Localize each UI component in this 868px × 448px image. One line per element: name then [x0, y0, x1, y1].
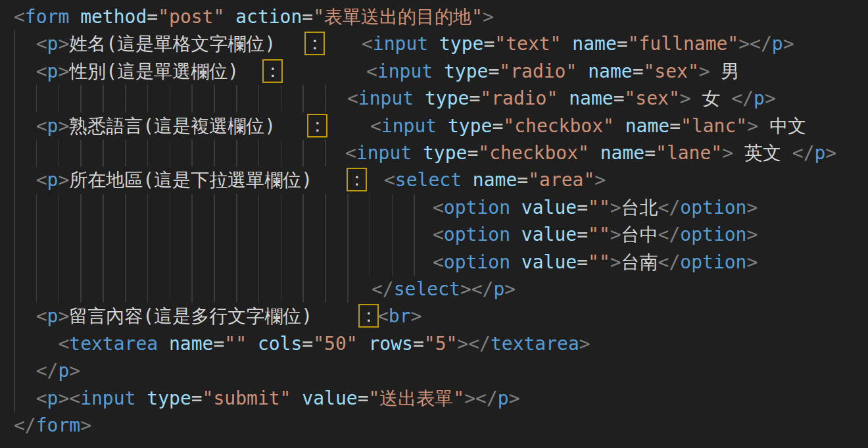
code-token: 男 — [710, 61, 740, 82]
code-run: <input type="checkbox" name="lanc"> 中文 — [370, 112, 806, 139]
code-line-11[interactable]: </select></p> — [0, 276, 868, 303]
code-token: option — [444, 251, 510, 273]
code-run: <select name="area"> — [384, 166, 606, 193]
code-token: "50" — [313, 333, 357, 355]
code-token: > — [680, 87, 691, 109]
code-token: type — [412, 142, 467, 164]
code-line-12[interactable]: <p>留言內容(這是多行文字欄位)：<br> — [0, 303, 868, 330]
code-token: = — [191, 387, 203, 409]
code-token: < — [362, 33, 373, 55]
indent-guides — [14, 58, 15, 85]
code-token: = — [492, 115, 503, 137]
unicode-highlight-colon-box: ： — [262, 59, 283, 83]
code-token: name — [462, 169, 517, 191]
code-token: = — [467, 142, 478, 164]
code-token: textarea — [69, 333, 158, 355]
code-line-13[interactable]: <textarea name="" cols="50" rows="5"></t… — [0, 330, 868, 357]
code-line-2[interactable]: <p>姓名(這是單格文字欄位)：<input type="text" name=… — [0, 30, 868, 57]
code-token: "5" — [424, 333, 458, 355]
code-token: option — [444, 197, 510, 218]
code-token: "" — [588, 224, 610, 245]
code-token: > — [483, 6, 494, 28]
code-token: input — [356, 142, 412, 164]
code-token: 留言內容(這是多行文字欄位) — [69, 305, 312, 327]
code-token: "checkbox" — [503, 115, 614, 137]
code-token: name — [158, 333, 213, 355]
code-run: <br> — [377, 303, 422, 330]
code-token: < — [58, 333, 69, 355]
code-line-15[interactable]: <p><input type="submit" value="送出表單"></p… — [0, 385, 868, 412]
code-line-9[interactable]: <option value="">台中</option> — [0, 221, 868, 248]
unicode-highlight-colon-box: ： — [304, 32, 325, 55]
code-token: textarea — [491, 333, 579, 355]
code-token: = — [483, 33, 494, 55]
code-token: = — [577, 224, 588, 245]
code-token: p — [772, 33, 783, 55]
code-token: > — [747, 115, 758, 137]
code-line-6[interactable]: <input type="checkbox" name="lane"> 英文 <… — [0, 139, 868, 166]
code-token: "text" — [494, 33, 561, 55]
code-token: p — [47, 169, 59, 191]
code-token: "post" — [158, 6, 224, 28]
code-token: = — [617, 33, 628, 55]
code-token: "" — [588, 197, 610, 218]
code-token: value — [510, 197, 577, 218]
code-token: option — [444, 224, 510, 245]
code-token: ></ — [464, 387, 498, 409]
indent-guides — [14, 85, 326, 112]
code-token: rows — [358, 333, 413, 355]
code-editor[interactable]: <form method="post" action="表單送出的目的地"> <… — [0, 0, 868, 448]
code-token: 性別(這是單選欄位) — [69, 61, 239, 82]
code-token: option — [680, 197, 746, 218]
indent-guides — [14, 221, 415, 248]
code-token: < — [370, 115, 381, 137]
code-line-1[interactable]: <form method="post" action="表單送出的目的地"> — [0, 3, 868, 30]
code-token: input — [381, 115, 437, 137]
code-token: name — [558, 87, 613, 109]
code-line-16[interactable]: </form> — [0, 412, 868, 439]
code-token: p — [58, 360, 69, 382]
code-token: </ — [14, 414, 36, 436]
code-token: option — [680, 251, 746, 273]
code-token: < — [36, 33, 47, 55]
code-token — [14, 387, 36, 409]
code-token: "area" — [528, 169, 594, 191]
code-token: > — [746, 224, 758, 245]
code-line-4[interactable]: <input type="radio" name="sex"> 女 </p> — [0, 85, 868, 112]
code-token: > — [610, 251, 621, 273]
code-token: > — [746, 251, 758, 273]
code-run: <input type="checkbox" name="lane"> 英文 <… — [345, 139, 836, 166]
code-line-5[interactable]: <p>熟悉語言(這是複選欄位)：<input type="checkbox" n… — [0, 112, 868, 139]
code-token: p — [498, 387, 509, 409]
code-line-8[interactable]: <option value="">台北</option> — [0, 194, 868, 221]
code-token: "fullname" — [628, 33, 739, 55]
code-token: = — [302, 333, 313, 355]
code-token: 台南 — [621, 251, 658, 273]
indent-guides — [14, 249, 415, 276]
indent-guides — [14, 194, 415, 221]
code-token: 台中 — [621, 224, 658, 245]
code-run: <p>熟悉語言(這是複選欄位) — [14, 115, 276, 137]
code-token: form — [25, 6, 69, 28]
code-token: value — [291, 387, 357, 409]
code-token: p — [493, 278, 504, 300]
code-token: > — [699, 61, 710, 82]
code-run: <option value="">台中</option> — [433, 221, 758, 248]
code-line-10[interactable]: <option value="">台南</option> — [0, 249, 868, 276]
unicode-highlight-colon-box: ： — [358, 304, 379, 328]
code-run: </select></p> — [372, 276, 516, 303]
code-line-3[interactable]: <p>性別(這是單選欄位)：<input type="radio" name="… — [0, 58, 868, 85]
code-token: = — [488, 61, 499, 82]
code-token — [14, 169, 36, 191]
code-token: > — [722, 142, 733, 164]
code-run: <p>留言內容(這是多行文字欄位) — [14, 305, 312, 327]
code-token: value — [510, 224, 577, 245]
code-line-14[interactable]: </p> — [0, 357, 868, 384]
indent-guides — [14, 276, 349, 303]
code-token: 女 — [691, 87, 732, 109]
code-token: type — [428, 33, 483, 55]
code-token: input — [358, 87, 414, 109]
code-token: = — [517, 169, 528, 191]
code-line-7[interactable]: <p>所在地區(這是下拉選單欄位)：<select name="area"> — [0, 166, 868, 193]
code-token: > — [825, 142, 836, 164]
